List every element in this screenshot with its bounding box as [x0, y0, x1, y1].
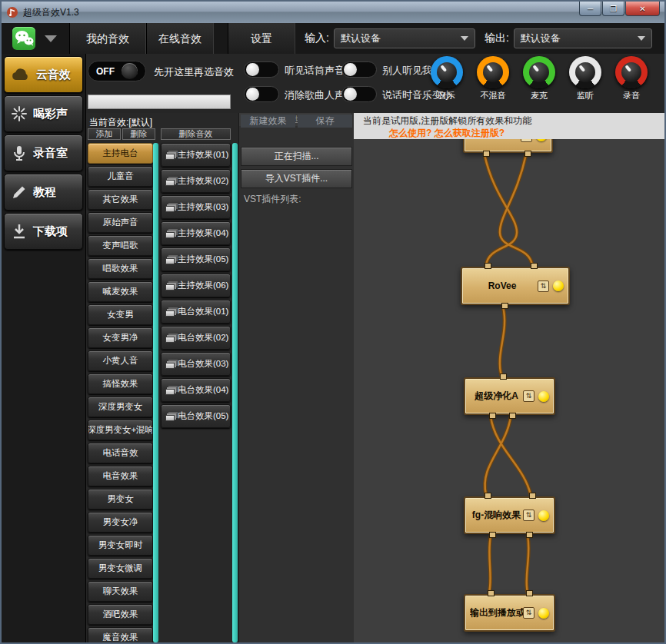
- chain-button[interactable]: 电台效果(04): [161, 378, 231, 402]
- toggle-knob: [344, 88, 357, 101]
- node-pin[interactable]: [526, 532, 533, 538]
- node-pin[interactable]: [509, 413, 516, 419]
- node-enable-indicator[interactable]: [538, 510, 549, 521]
- import-vst-button[interactable]: 导入VST插件...: [241, 169, 352, 188]
- preset-button[interactable]: 魔音效果: [88, 627, 153, 642]
- tab-online-effects[interactable]: 在线音效: [146, 23, 214, 54]
- toggle-duck-music[interactable]: [341, 86, 377, 102]
- chain-button[interactable]: 主持效果(01): [161, 143, 231, 167]
- node-pin[interactable]: [500, 373, 507, 380]
- chain-button[interactable]: 电台效果(03): [161, 352, 231, 376]
- delete-effect-button[interactable]: 删除音效: [161, 128, 231, 140]
- add-button[interactable]: 添加: [88, 128, 121, 140]
- preset-button[interactable]: 男变女微调: [88, 558, 153, 579]
- preset-button[interactable]: 唱歌效果: [88, 258, 153, 279]
- toggle-hear-mic[interactable]: [244, 61, 279, 78]
- node-pin[interactable]: [483, 151, 490, 157]
- preset-button[interactable]: 女变男净: [88, 327, 153, 348]
- preset-button[interactable]: 原始声音: [88, 212, 153, 233]
- chain-button[interactable]: 主持效果(02): [161, 169, 231, 193]
- node-enable-indicator[interactable]: [553, 281, 564, 291]
- node-pin[interactable]: [526, 590, 533, 596]
- preset-button[interactable]: 女变男: [88, 304, 153, 325]
- knob-dial[interactable]: [569, 56, 601, 88]
- node-pin[interactable]: [524, 151, 531, 157]
- preset-button[interactable]: 小黄人音: [88, 350, 153, 371]
- preset-button[interactable]: 搞怪效果: [88, 373, 153, 394]
- chain-button[interactable]: 主持效果(06): [161, 274, 231, 297]
- node-pin[interactable]: [489, 413, 496, 419]
- node-reorder-icon[interactable]: ⇅: [523, 607, 534, 619]
- chain-button[interactable]: 主持效果(03): [161, 195, 231, 219]
- node-enable-indicator[interactable]: [538, 391, 549, 402]
- chain-label: 电台效果(05): [178, 410, 228, 422]
- input-device-select[interactable]: 默认设备: [334, 28, 475, 48]
- sidebar-item-downloads[interactable]: 下载项: [4, 213, 83, 250]
- output-device-select[interactable]: 默认设备: [514, 28, 652, 48]
- preset-button[interactable]: 男变女即时: [88, 535, 153, 556]
- knob-dial[interactable]: [477, 56, 509, 88]
- node-enable-indicator[interactable]: [538, 608, 549, 619]
- effect-node-fg-reverb[interactable]: fg-混响效果 ⇅: [464, 496, 555, 534]
- preset-button[interactable]: 变声唱歌: [88, 235, 153, 256]
- preset-button[interactable]: 男变女净: [88, 512, 153, 533]
- preset-button[interactable]: 男变女: [88, 489, 153, 510]
- toggle-others-hear-music[interactable]: [341, 61, 377, 78]
- wechat-dropdown-icon[interactable]: [45, 35, 57, 42]
- preset-button[interactable]: 儿童音: [88, 166, 153, 187]
- preset-button[interactable]: 电音效果: [88, 466, 153, 486]
- wechat-icon[interactable]: [12, 27, 35, 50]
- preset-button[interactable]: 酒吧效果: [88, 604, 153, 625]
- preset-button[interactable]: 深度男变女: [88, 397, 153, 417]
- chain-scrollbar[interactable]: [232, 143, 238, 642]
- preset-button[interactable]: 深度男变女+混响: [88, 420, 153, 440]
- tab-my-effects[interactable]: 我的音效: [69, 23, 146, 54]
- node-reorder-icon[interactable]: ⇅: [538, 281, 549, 292]
- preset-button[interactable]: 聊天效果: [88, 581, 153, 602]
- preset-button[interactable]: 主持电台: [88, 143, 153, 164]
- chain-button[interactable]: 电台效果(05): [161, 404, 231, 428]
- scanning-button[interactable]: 正在扫描...: [241, 147, 352, 166]
- delete-button[interactable]: 删除: [122, 128, 155, 140]
- knob-dial[interactable]: [615, 56, 648, 88]
- knob-dial[interactable]: [523, 56, 555, 88]
- sidebar-item-tutorial[interactable]: 教程: [4, 174, 83, 211]
- minimize-button[interactable]: ─: [579, 2, 601, 16]
- sidebar-item-recording-studio[interactable]: 录音室: [4, 134, 83, 171]
- effect-node-super-purify[interactable]: 超级净化A ⇅: [464, 377, 555, 415]
- knob-dial[interactable]: [431, 56, 463, 88]
- chain-button[interactable]: 主持效果(05): [161, 247, 231, 271]
- node-pin[interactable]: [489, 532, 496, 538]
- knob-label: 录音: [613, 90, 650, 101]
- sidebar-item-cloud-effects[interactable]: 云音效: [4, 56, 83, 93]
- chain-button[interactable]: 电台效果(02): [161, 326, 231, 350]
- preset-button[interactable]: 喊麦效果: [88, 281, 153, 302]
- save-button[interactable]: 保存: [298, 115, 352, 128]
- preset-button[interactable]: 电话音效: [88, 443, 153, 463]
- node-pin[interactable]: [501, 303, 508, 309]
- chain-label: 电台效果(02): [178, 332, 228, 344]
- knob-record: 录音: [613, 56, 650, 101]
- preset-scrollbar[interactable]: [153, 143, 158, 642]
- close-button[interactable]: ✕: [625, 2, 660, 16]
- effect-node-output[interactable]: 输出到播放或录音 ⇅: [464, 594, 555, 632]
- node-pin[interactable]: [531, 263, 538, 269]
- effect-node-rovee[interactable]: RoVee ⇅: [461, 267, 570, 305]
- toggle-remove-vocals[interactable]: [244, 86, 279, 102]
- help-link[interactable]: 怎么使用? 怎么获取注册版?: [389, 127, 504, 140]
- node-pin[interactable]: [485, 493, 491, 499]
- node-reorder-icon[interactable]: ⇅: [523, 510, 534, 521]
- preset-button[interactable]: 其它效果: [88, 189, 153, 210]
- chain-button[interactable]: 电台效果(01): [161, 300, 231, 324]
- node-pin[interactable]: [485, 263, 491, 269]
- cloud-icon: [11, 67, 31, 82]
- node-pin[interactable]: [529, 493, 536, 499]
- new-effect-button[interactable]: 新建效果: [241, 115, 295, 128]
- maximize-button[interactable]: ❐: [602, 2, 624, 16]
- node-pin[interactable]: [488, 590, 495, 596]
- master-power-toggle[interactable]: OFF: [88, 61, 146, 81]
- chain-button[interactable]: 主持效果(04): [161, 221, 231, 245]
- sidebar-item-cheers[interactable]: 喝彩声: [4, 95, 83, 132]
- tab-settings[interactable]: 设置: [228, 23, 295, 54]
- node-reorder-icon[interactable]: ⇅: [523, 390, 534, 402]
